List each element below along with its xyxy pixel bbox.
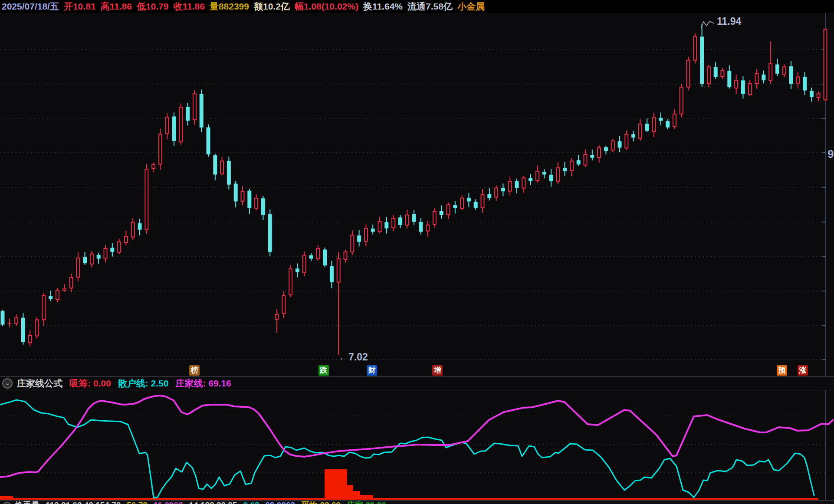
candle-body-down [200,94,204,128]
candle-body-up [783,67,786,74]
bottom-row-segment: 11.2963 [154,501,183,504]
candle-body-up [749,84,752,95]
candle-body-up [426,225,429,231]
candle-body-down [97,255,101,259]
cyan-indicator-line [0,400,814,498]
candle-body-down [453,205,457,208]
candle-body-down [810,91,814,97]
candle-body-up [152,164,155,168]
candle-body-down [529,178,532,181]
candle-body-down [440,211,443,215]
candle-body-down [789,66,793,84]
candle-body-up [721,70,724,76]
status-segment: 开10.81 [64,0,96,13]
indicator-field: 庄家线: 69.16 [175,377,231,389]
candle-body-up [145,169,148,229]
candle-body-up [241,191,244,201]
candle-body-down [563,168,567,171]
status-segment: 换11.64% [363,0,403,13]
candle-body-down [474,202,478,208]
candle-body-down [803,77,807,91]
candle-body-up [70,278,73,288]
collapse-chevron-icon-bottom[interactable]: ⌄ [3,502,11,504]
candle-body-down [741,80,745,94]
candle-body-up [406,215,409,225]
candle-body-down [357,236,361,242]
candle-body-up [639,124,642,138]
trading-terminal: 2025/07/18/五开10.81高11.86低10.79收11.86量882… [0,0,834,504]
event-marker-badge[interactable]: 跌 [318,365,329,376]
event-marker-badge[interactable]: 榜 [189,365,200,376]
candle-body-up [118,242,121,252]
event-marker-badge[interactable]: 预 [777,365,787,376]
indicator-header: ⌄ 庄家线公式 吸筹: 0.00散户线: 2.50庄家线: 69.16 [0,377,834,390]
magenta-indicator-line [0,396,833,477]
candle-body-up [824,29,827,100]
candle-body-up [769,64,772,81]
candle-body-down [83,257,87,263]
candle-body-up [193,94,196,120]
bottom-panel-clipped: ⌄ 换手量113.21 63.42 154.7256.7211.296314.1… [0,501,834,504]
accumulation-bar [347,485,353,500]
bottom-row-segment: 庄家 39.96 [347,501,386,504]
candle-body-down [604,147,608,151]
price-axis-label: 9 [827,147,834,161]
candle-body-down [727,71,731,87]
candle-body-down [309,255,313,259]
event-marker-badge[interactable]: 涨 [798,365,808,376]
low-price-value: 7.02 [348,351,368,363]
left-arrow-icon: ← [338,351,348,363]
candle-body-down [631,134,635,137]
candle-body-down [645,124,649,131]
candle-body-down [659,118,663,121]
event-marker-badge[interactable]: 财 [367,365,377,376]
candle-body-up [570,161,573,170]
bottom-row-segment: 换手量 [15,501,39,504]
candle-body-up [392,218,395,228]
collapse-chevron-icon[interactable]: ⌄ [2,378,13,389]
bottom-row-segment: 56.72 [127,501,148,504]
bottom-row-segment: 113.21 63.42 154.72 [46,501,121,504]
candle-body-up [166,118,169,134]
candle-body-down [172,116,176,141]
candle-body-up [220,161,223,173]
candle-body-down [515,181,519,188]
candle-body-down [590,155,594,158]
candle-body-up [509,181,512,191]
candle-body-down [323,249,327,265]
candle-body-up [378,222,381,232]
candle-body-down [227,161,231,185]
candle-body-up [289,269,292,295]
candle-body-down [247,191,251,208]
candle-body-up [42,296,45,320]
candle-body-up [755,74,758,84]
status-segment: 小金属 [457,0,485,13]
candle-body-up [433,212,436,224]
bottom-row-segment: 14.188 33.25 [189,501,237,504]
chart-canvas[interactable] [0,0,834,504]
candle-body-down [21,318,25,342]
candle-body-down [467,198,471,202]
indicator-field: 吸筹: 0.00 [69,377,111,389]
candle-body-up [303,255,306,273]
candle-body-down [419,222,423,232]
candle-body-up [159,134,162,164]
candle-body-up [693,36,696,60]
candle-body-up [556,168,559,181]
accumulation-bar [360,495,373,500]
accumulation-bar [0,496,13,500]
accumulation-bar [353,491,360,500]
candle-body-down [330,266,334,282]
candle-body-down [775,65,779,74]
candle-body-down [542,172,546,175]
candle-body-up [522,178,525,188]
candle-body-down [296,268,299,272]
high-price-annotation: 11.94 [717,16,741,27]
candle-body-up [687,60,690,87]
candle-body-up [796,77,799,83]
candle-body-up [680,87,683,114]
candle-body-up [63,289,66,290]
candle-body-down [371,229,375,232]
event-marker-badge[interactable]: 增 [432,365,443,376]
candle-body-down [234,183,238,201]
